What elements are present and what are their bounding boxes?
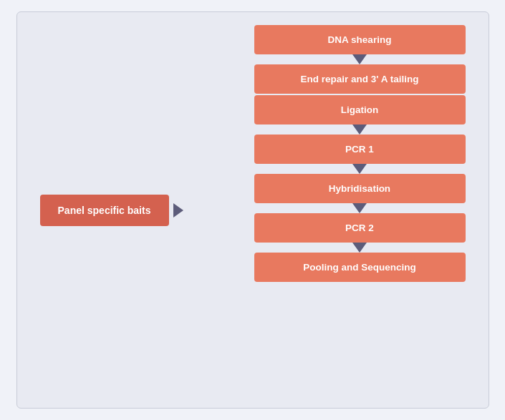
step-pcr2: PCR 2 (254, 213, 466, 243)
arrow-down-icon-4 (352, 203, 367, 213)
step-end-repair: End repair and 3' A tailing (254, 64, 466, 94)
step-hybridisation: Hybridisation (254, 174, 466, 203)
step-dna-shearing: DNA shearing (254, 25, 466, 54)
step-pcr1: PCR 1 (254, 135, 466, 164)
step-pooling-sequencing: Pooling and Sequencing (254, 253, 466, 282)
arrow-down-icon-5 (352, 243, 367, 253)
panel-specific-baits-box: Panel specific baits (40, 195, 169, 226)
diagram-container: Panel specific baits DNA shearing End re… (16, 11, 489, 409)
arrow-down-icon-2 (352, 124, 367, 135)
step-ligation: Ligation (254, 95, 466, 124)
left-box-label: Panel specific baits (58, 205, 151, 216)
steps-column: DNA shearing End repair and 3' A tailing… (254, 25, 466, 282)
arrow-down-icon-0 (352, 54, 367, 64)
arrow-down-icon-3 (352, 164, 367, 174)
horizontal-arrow-icon (173, 203, 183, 218)
